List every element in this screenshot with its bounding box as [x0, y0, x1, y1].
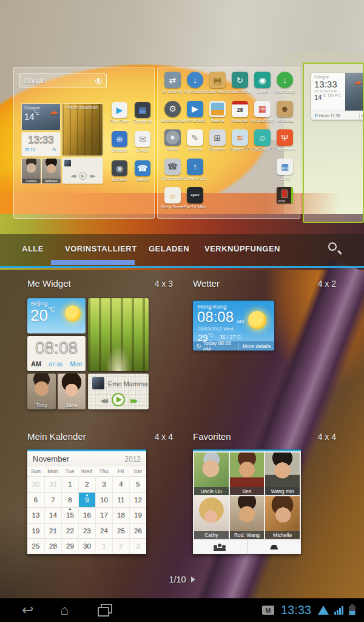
next-page-icon[interactable] — [191, 576, 195, 583]
back-button[interactable]: ↩ — [22, 603, 33, 617]
app-system-upd: ↑System-Upd — [184, 159, 206, 188]
tab-geladen[interactable]: GELADEN — [149, 244, 189, 253]
app-datei-mana: ▤Datei-Mana — [206, 72, 229, 101]
app-appinstaller: ↓AppInstaller — [184, 72, 206, 101]
contact-photo: Wählen — [42, 159, 61, 183]
photo-widget-label: Album auswählen — [62, 105, 103, 109]
favorite-contact-name: Michelle — [265, 531, 300, 539]
edit-icon — [247, 540, 302, 554]
next-track-icon — [130, 394, 136, 405]
home-button[interactable]: ⌂ — [60, 603, 69, 617]
app-label: E-Mail — [136, 148, 149, 152]
signal-icon — [334, 606, 343, 615]
calendar-day: 12 — [129, 492, 146, 508]
weather-date: 28/03/2012 Wed — [198, 326, 234, 332]
keep-screen-icon: ☼ — [164, 187, 181, 203]
app-label: Daten-siche — [229, 89, 251, 94]
app-eyetv-micro: eyetvEyeTV Micro — [184, 187, 206, 216]
cw-temp: 14°C 18/14°C — [314, 94, 345, 101]
calendar-year: 2012 — [124, 455, 141, 463]
gmail-notification-icon[interactable] — [262, 606, 274, 615]
calendar-day-header: Tue — [61, 466, 78, 476]
track-title: Emo Mamma — [108, 380, 147, 388]
tab-verkn-pfungen[interactable]: VERKNÜPFUNGEN — [204, 244, 280, 253]
battery-percent: 27% — [278, 199, 285, 203]
widget-size-label: 4 x 3 — [155, 279, 173, 289]
clock-tile: 08:08 AM 07.30 Mon — [27, 336, 86, 371]
riptide-gp-icon: ≋ — [232, 129, 248, 146]
me-widget-preview[interactable]: Beijing 20°C 08:08 AM 07.30 Mon Tony Jan… — [27, 298, 149, 411]
app-label: Musik — [167, 147, 178, 151]
app-label: Downloads — [274, 89, 295, 94]
app-label: Browser — [112, 148, 127, 152]
weather-more-details: More details — [239, 343, 274, 349]
calendar-day: 18 — [112, 507, 129, 523]
app-social: ▦Social — [274, 159, 296, 188]
app-label: Kamera — [112, 177, 127, 182]
widget-picker-tabbar: ALLEVORINSTALLIERTGELADENVERKNÜPFUNGEN — [0, 234, 364, 268]
calendar-day-headers: SunMonTueWedThuFriSat — [27, 466, 146, 476]
email-icon: ✉ — [135, 131, 150, 147]
calendar-day-header: Sun — [27, 466, 44, 476]
tab-vorinstalliert[interactable]: VORINSTALLIERT — [65, 244, 137, 253]
clock-date: 25.10 — [25, 148, 35, 152]
system-update-icon: ↑ — [187, 159, 203, 175]
refresh-row: Heute 11:38 — [311, 113, 359, 118]
tab-alle[interactable]: ALLE — [22, 244, 44, 253]
weather-refresh-label: Today 08:08 AM — [193, 340, 238, 351]
app-dlna: ◉DLNA — [251, 72, 274, 101]
app-kingsoft-offi: ▦Kingsoft Offi — [251, 101, 274, 130]
status-clock: 13:33 — [281, 603, 311, 617]
cw-next: W — [360, 114, 364, 118]
kingsoft-office-icon: ▦ — [254, 101, 271, 117]
app-google-an: ▦Google-An — [133, 102, 152, 123]
weather-widget-preview[interactable]: Hong Kong 08:08 AM 28/03/2012 Wed 29°C 3… — [193, 301, 274, 350]
calendar-day: 16 — [78, 507, 95, 523]
home-screen-preview-3-selected[interactable]: Cologne 13:33 25.10.2013 Fr. 14°C 18/14°… — [303, 63, 364, 223]
calendar-day-header: Sat — [129, 466, 146, 476]
album-art-icon — [92, 377, 104, 389]
search-icon[interactable] — [326, 241, 343, 258]
calendar-widget-preview[interactable]: November 2012 SunMonTueWedThuFriSat 3031… — [27, 449, 146, 554]
calendar-day: 22 — [61, 523, 78, 539]
favorites-widget-preview[interactable]: Uncle LiuBenWang minCathyRod. WangMichel… — [193, 449, 301, 554]
magnifier-glyph — [328, 242, 337, 251]
favorite-contact-photo: Michelle — [265, 496, 300, 539]
rain-image: ☂ — [345, 73, 364, 111]
cw-city: Cologne — [314, 75, 345, 79]
film-studio-icon: ▶ — [187, 101, 203, 117]
home-screen-preview-1[interactable]: Google Cologne 14°C ☂ Album auswählen 13… — [13, 67, 155, 219]
app-label: Kingsoft Offi — [251, 118, 274, 123]
calendar-day: 3 — [129, 538, 146, 554]
contact-tile: Tony — [27, 374, 56, 409]
weather-hilo: 35 / 27°C — [220, 334, 241, 340]
app-kontakte: ☻Kontakte — [274, 101, 296, 130]
app-row: Musik✎Notizen⊞Rechner≋Riptide GP☺SMS/MMS… — [161, 129, 296, 159]
cw-date: 25.10.2013 Fr. — [314, 89, 345, 93]
calendar-day: 21 — [44, 523, 61, 539]
phone-icon: ☎ — [135, 160, 150, 176]
calendar-day: 26 — [129, 523, 146, 539]
favorite-contact-name: Uncle Liu — [194, 487, 229, 495]
wifi-icon — [318, 606, 329, 615]
contacts-icon: ☻ — [277, 101, 293, 117]
app-label: Play Store — [110, 119, 129, 123]
app-label: Ai Sharing — [163, 89, 182, 94]
widget-title-me-widget: Me Widget — [27, 278, 71, 289]
previous-track-icon — [101, 394, 106, 405]
app-label: Keep Screen — [161, 205, 184, 209]
app-label: Telefon — [136, 177, 150, 182]
calendar-icon: 28 — [232, 101, 248, 117]
widget-size-label: 4 x 4 — [155, 432, 173, 442]
play-store-icon: ▶ — [112, 102, 127, 118]
music-icon — [164, 129, 181, 146]
google-search-label: Google — [24, 77, 97, 84]
app-label: Kontakte — [277, 118, 294, 123]
home-screen-preview-2[interactable]: ⇄Ai Sharing↓AppInstaller▤Datei-Mana↻Date… — [157, 67, 300, 219]
gallery-icon — [209, 101, 226, 117]
recents-button[interactable] — [98, 604, 112, 617]
sms-mms-icon: ☺ — [254, 129, 271, 146]
app-keep-screen: ☼Keep Screen — [161, 187, 184, 216]
contact-name: Wählen — [42, 179, 61, 183]
app-play-store: ▶Play Store — [110, 102, 129, 123]
